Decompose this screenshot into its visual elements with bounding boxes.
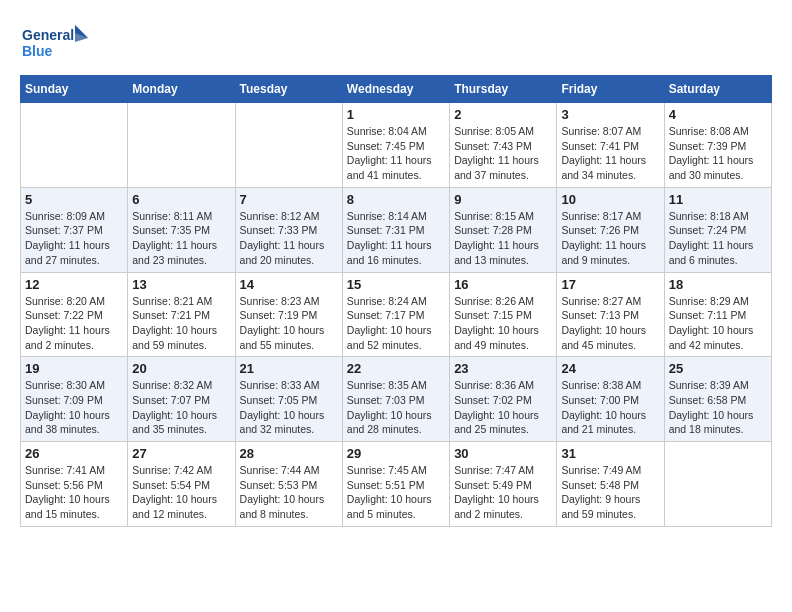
day-number: 13 — [132, 277, 230, 292]
day-number: 4 — [669, 107, 767, 122]
day-info: Sunrise: 8:36 AM Sunset: 7:02 PM Dayligh… — [454, 378, 552, 437]
calendar-header-row: SundayMondayTuesdayWednesdayThursdayFrid… — [21, 76, 772, 103]
calendar-cell: 26Sunrise: 7:41 AM Sunset: 5:56 PM Dayli… — [21, 442, 128, 527]
day-number: 20 — [132, 361, 230, 376]
calendar-cell: 11Sunrise: 8:18 AM Sunset: 7:24 PM Dayli… — [664, 187, 771, 272]
day-info: Sunrise: 8:33 AM Sunset: 7:05 PM Dayligh… — [240, 378, 338, 437]
day-number: 2 — [454, 107, 552, 122]
day-number: 12 — [25, 277, 123, 292]
day-info: Sunrise: 8:08 AM Sunset: 7:39 PM Dayligh… — [669, 124, 767, 183]
day-number: 19 — [25, 361, 123, 376]
calendar-cell — [21, 103, 128, 188]
day-info: Sunrise: 8:27 AM Sunset: 7:13 PM Dayligh… — [561, 294, 659, 353]
weekday-header: Sunday — [21, 76, 128, 103]
weekday-header: Thursday — [450, 76, 557, 103]
calendar-cell: 24Sunrise: 8:38 AM Sunset: 7:00 PM Dayli… — [557, 357, 664, 442]
day-info: Sunrise: 8:15 AM Sunset: 7:28 PM Dayligh… — [454, 209, 552, 268]
svg-marker-3 — [75, 25, 88, 42]
calendar-cell: 29Sunrise: 7:45 AM Sunset: 5:51 PM Dayli… — [342, 442, 449, 527]
day-info: Sunrise: 8:32 AM Sunset: 7:07 PM Dayligh… — [132, 378, 230, 437]
day-number: 16 — [454, 277, 552, 292]
day-number: 10 — [561, 192, 659, 207]
day-number: 22 — [347, 361, 445, 376]
calendar-cell: 25Sunrise: 8:39 AM Sunset: 6:58 PM Dayli… — [664, 357, 771, 442]
calendar-cell: 30Sunrise: 7:47 AM Sunset: 5:49 PM Dayli… — [450, 442, 557, 527]
calendar-cell: 16Sunrise: 8:26 AM Sunset: 7:15 PM Dayli… — [450, 272, 557, 357]
calendar-cell: 5Sunrise: 8:09 AM Sunset: 7:37 PM Daylig… — [21, 187, 128, 272]
day-info: Sunrise: 8:07 AM Sunset: 7:41 PM Dayligh… — [561, 124, 659, 183]
calendar-week-row: 26Sunrise: 7:41 AM Sunset: 5:56 PM Dayli… — [21, 442, 772, 527]
calendar-cell: 12Sunrise: 8:20 AM Sunset: 7:22 PM Dayli… — [21, 272, 128, 357]
calendar-cell: 9Sunrise: 8:15 AM Sunset: 7:28 PM Daylig… — [450, 187, 557, 272]
calendar-cell: 20Sunrise: 8:32 AM Sunset: 7:07 PM Dayli… — [128, 357, 235, 442]
day-number: 30 — [454, 446, 552, 461]
day-info: Sunrise: 8:17 AM Sunset: 7:26 PM Dayligh… — [561, 209, 659, 268]
day-number: 24 — [561, 361, 659, 376]
day-number: 21 — [240, 361, 338, 376]
day-info: Sunrise: 8:30 AM Sunset: 7:09 PM Dayligh… — [25, 378, 123, 437]
calendar-cell: 31Sunrise: 7:49 AM Sunset: 5:48 PM Dayli… — [557, 442, 664, 527]
calendar-cell: 7Sunrise: 8:12 AM Sunset: 7:33 PM Daylig… — [235, 187, 342, 272]
calendar-cell: 13Sunrise: 8:21 AM Sunset: 7:21 PM Dayli… — [128, 272, 235, 357]
calendar-cell — [664, 442, 771, 527]
day-number: 1 — [347, 107, 445, 122]
day-info: Sunrise: 8:39 AM Sunset: 6:58 PM Dayligh… — [669, 378, 767, 437]
day-number: 29 — [347, 446, 445, 461]
day-info: Sunrise: 7:44 AM Sunset: 5:53 PM Dayligh… — [240, 463, 338, 522]
calendar-cell: 28Sunrise: 7:44 AM Sunset: 5:53 PM Dayli… — [235, 442, 342, 527]
day-info: Sunrise: 8:35 AM Sunset: 7:03 PM Dayligh… — [347, 378, 445, 437]
calendar-cell — [235, 103, 342, 188]
day-number: 5 — [25, 192, 123, 207]
page-header: GeneralBlue — [20, 20, 772, 65]
day-number: 3 — [561, 107, 659, 122]
day-info: Sunrise: 7:47 AM Sunset: 5:49 PM Dayligh… — [454, 463, 552, 522]
calendar-cell: 22Sunrise: 8:35 AM Sunset: 7:03 PM Dayli… — [342, 357, 449, 442]
calendar-cell: 15Sunrise: 8:24 AM Sunset: 7:17 PM Dayli… — [342, 272, 449, 357]
day-info: Sunrise: 7:42 AM Sunset: 5:54 PM Dayligh… — [132, 463, 230, 522]
day-info: Sunrise: 7:49 AM Sunset: 5:48 PM Dayligh… — [561, 463, 659, 522]
day-number: 23 — [454, 361, 552, 376]
day-number: 14 — [240, 277, 338, 292]
day-info: Sunrise: 8:11 AM Sunset: 7:35 PM Dayligh… — [132, 209, 230, 268]
day-info: Sunrise: 7:45 AM Sunset: 5:51 PM Dayligh… — [347, 463, 445, 522]
calendar-cell: 27Sunrise: 7:42 AM Sunset: 5:54 PM Dayli… — [128, 442, 235, 527]
calendar-cell: 2Sunrise: 8:05 AM Sunset: 7:43 PM Daylig… — [450, 103, 557, 188]
weekday-header: Monday — [128, 76, 235, 103]
calendar-week-row: 5Sunrise: 8:09 AM Sunset: 7:37 PM Daylig… — [21, 187, 772, 272]
day-info: Sunrise: 8:14 AM Sunset: 7:31 PM Dayligh… — [347, 209, 445, 268]
day-number: 18 — [669, 277, 767, 292]
day-info: Sunrise: 8:04 AM Sunset: 7:45 PM Dayligh… — [347, 124, 445, 183]
day-number: 17 — [561, 277, 659, 292]
day-info: Sunrise: 8:29 AM Sunset: 7:11 PM Dayligh… — [669, 294, 767, 353]
calendar-cell: 1Sunrise: 8:04 AM Sunset: 7:45 PM Daylig… — [342, 103, 449, 188]
day-info: Sunrise: 8:20 AM Sunset: 7:22 PM Dayligh… — [25, 294, 123, 353]
calendar-cell: 18Sunrise: 8:29 AM Sunset: 7:11 PM Dayli… — [664, 272, 771, 357]
day-info: Sunrise: 7:41 AM Sunset: 5:56 PM Dayligh… — [25, 463, 123, 522]
calendar-week-row: 12Sunrise: 8:20 AM Sunset: 7:22 PM Dayli… — [21, 272, 772, 357]
calendar-cell: 14Sunrise: 8:23 AM Sunset: 7:19 PM Dayli… — [235, 272, 342, 357]
day-number: 31 — [561, 446, 659, 461]
day-number: 15 — [347, 277, 445, 292]
day-number: 27 — [132, 446, 230, 461]
day-info: Sunrise: 8:18 AM Sunset: 7:24 PM Dayligh… — [669, 209, 767, 268]
calendar-cell: 8Sunrise: 8:14 AM Sunset: 7:31 PM Daylig… — [342, 187, 449, 272]
day-info: Sunrise: 8:05 AM Sunset: 7:43 PM Dayligh… — [454, 124, 552, 183]
calendar-cell: 3Sunrise: 8:07 AM Sunset: 7:41 PM Daylig… — [557, 103, 664, 188]
weekday-header: Wednesday — [342, 76, 449, 103]
svg-text:General: General — [22, 27, 74, 43]
day-number: 26 — [25, 446, 123, 461]
day-number: 8 — [347, 192, 445, 207]
calendar-cell: 21Sunrise: 8:33 AM Sunset: 7:05 PM Dayli… — [235, 357, 342, 442]
calendar-cell — [128, 103, 235, 188]
day-number: 25 — [669, 361, 767, 376]
logo-svg: GeneralBlue — [20, 20, 90, 65]
calendar-cell: 23Sunrise: 8:36 AM Sunset: 7:02 PM Dayli… — [450, 357, 557, 442]
calendar-week-row: 19Sunrise: 8:30 AM Sunset: 7:09 PM Dayli… — [21, 357, 772, 442]
weekday-header: Tuesday — [235, 76, 342, 103]
calendar-table: SundayMondayTuesdayWednesdayThursdayFrid… — [20, 75, 772, 527]
day-number: 28 — [240, 446, 338, 461]
day-number: 7 — [240, 192, 338, 207]
day-info: Sunrise: 8:21 AM Sunset: 7:21 PM Dayligh… — [132, 294, 230, 353]
calendar-cell: 6Sunrise: 8:11 AM Sunset: 7:35 PM Daylig… — [128, 187, 235, 272]
logo: GeneralBlue — [20, 20, 90, 65]
